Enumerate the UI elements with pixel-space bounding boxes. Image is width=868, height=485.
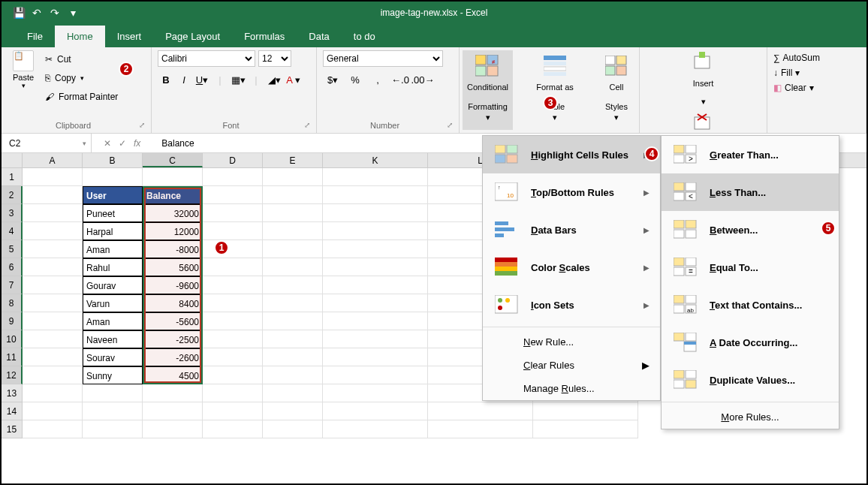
column-header[interactable]: C bbox=[143, 153, 203, 167]
menu-duplicate-values[interactable]: Duplicate Values... bbox=[662, 361, 839, 399]
font-color-button[interactable]: A▾ bbox=[284, 71, 300, 88]
cell[interactable] bbox=[428, 420, 533, 438]
cell[interactable] bbox=[203, 330, 263, 348]
redo-icon[interactable]: ↷ bbox=[48, 6, 62, 20]
cell[interactable]: 8400 bbox=[143, 294, 203, 312]
row-header[interactable]: 3 bbox=[2, 204, 23, 222]
menu-manage-rules[interactable]: Manage Rules... bbox=[483, 377, 660, 400]
accounting-button[interactable]: $▾ bbox=[323, 71, 342, 88]
clear-button[interactable]: ◧Clear ▾ bbox=[773, 80, 860, 95]
cell[interactable] bbox=[323, 330, 428, 348]
bold-button[interactable]: B bbox=[158, 71, 174, 88]
format-as-table-button[interactable]: Format asTable ▾ bbox=[532, 50, 578, 130]
tab-data[interactable]: Data bbox=[297, 26, 341, 47]
enter-formula-icon[interactable]: ✓ bbox=[119, 138, 126, 149]
menu-new-rule[interactable]: New Rule... bbox=[483, 330, 660, 354]
column-header[interactable]: D bbox=[203, 153, 263, 167]
cell[interactable] bbox=[263, 204, 323, 222]
row-header[interactable]: 11 bbox=[2, 348, 23, 366]
percent-button[interactable]: % bbox=[345, 71, 365, 88]
cell[interactable]: -5600 bbox=[143, 312, 203, 330]
tab-file[interactable]: File bbox=[15, 26, 55, 47]
row-header[interactable]: 1 bbox=[2, 168, 23, 186]
cell[interactable] bbox=[323, 240, 428, 258]
cell[interactable] bbox=[23, 240, 83, 258]
fill-button[interactable]: ↓Fill ▾ bbox=[773, 65, 860, 80]
cell[interactable] bbox=[323, 222, 428, 240]
cell[interactable] bbox=[323, 366, 428, 384]
cell[interactable] bbox=[323, 402, 428, 420]
autosum-button[interactable]: ∑AutoSum bbox=[773, 50, 860, 65]
cell[interactable] bbox=[263, 294, 323, 312]
comma-button[interactable]: , bbox=[368, 71, 387, 88]
cell[interactable] bbox=[263, 258, 323, 276]
cell[interactable] bbox=[203, 294, 263, 312]
cell[interactable] bbox=[143, 168, 203, 186]
tab-home[interactable]: Home bbox=[55, 26, 105, 47]
cell[interactable] bbox=[263, 402, 323, 420]
row-header[interactable]: 6 bbox=[2, 258, 23, 276]
cell[interactable] bbox=[263, 330, 323, 348]
cell[interactable] bbox=[263, 348, 323, 366]
cell[interactable]: -2600 bbox=[143, 348, 203, 366]
cell[interactable] bbox=[203, 186, 263, 204]
cell[interactable]: -9600 bbox=[143, 276, 203, 294]
cell[interactable] bbox=[83, 402, 143, 420]
borders-button[interactable]: ▦▾ bbox=[230, 71, 246, 88]
cell[interactable] bbox=[263, 384, 323, 402]
cell[interactable]: 4500 bbox=[143, 366, 203, 384]
cell[interactable]: -2500 bbox=[143, 330, 203, 348]
menu-highlight-cells-rules[interactable]: Highlight Cells Rules▶ bbox=[483, 136, 660, 173]
cell[interactable] bbox=[263, 312, 323, 330]
cell[interactable]: Varun bbox=[83, 294, 143, 312]
copy-button[interactable]: ⎘Copy▾ bbox=[45, 69, 118, 87]
row-header[interactable]: 14 bbox=[2, 402, 23, 420]
column-header[interactable]: K bbox=[323, 153, 428, 167]
fill-color-button[interactable]: ◢▾ bbox=[266, 71, 282, 88]
underline-button[interactable]: U▾ bbox=[194, 71, 210, 88]
cell[interactable]: Harpal bbox=[83, 222, 143, 240]
cancel-formula-icon[interactable]: ✕ bbox=[104, 138, 111, 149]
cell[interactable] bbox=[23, 330, 83, 348]
cell[interactable]: 12000 bbox=[143, 222, 203, 240]
cell[interactable] bbox=[263, 240, 323, 258]
font-name-select[interactable]: Calibri bbox=[158, 50, 255, 67]
font-launcher[interactable]: ⤢ bbox=[304, 121, 310, 129]
cell[interactable] bbox=[203, 420, 263, 438]
cell[interactable]: 32000 bbox=[143, 204, 203, 222]
cell[interactable] bbox=[143, 402, 203, 420]
cut-button[interactable]: ✂Cut bbox=[45, 50, 118, 68]
insert-cells-button[interactable]: Insert▾ bbox=[644, 50, 762, 107]
menu-data-bars[interactable]: Data Bars▶ bbox=[483, 211, 660, 249]
column-header[interactable]: A bbox=[23, 153, 83, 167]
qat-customize-icon[interactable]: ▾ bbox=[66, 6, 80, 20]
cell[interactable] bbox=[23, 366, 83, 384]
menu-color-scales[interactable]: Color Scales▶ bbox=[483, 249, 660, 286]
increase-decimal-button[interactable]: ←.0 bbox=[390, 71, 410, 88]
column-header[interactable]: B bbox=[83, 153, 143, 167]
row-header[interactable]: 4 bbox=[2, 222, 23, 240]
tab-insert[interactable]: Insert bbox=[105, 26, 154, 47]
cell[interactable] bbox=[203, 402, 263, 420]
cell[interactable] bbox=[203, 276, 263, 294]
menu-text-contains[interactable]: ab Text that Contains... bbox=[662, 286, 839, 324]
menu-equal-to[interactable]: = Equal To... bbox=[662, 249, 839, 286]
number-launcher[interactable]: ⤢ bbox=[447, 121, 453, 129]
undo-icon[interactable]: ↶ bbox=[30, 6, 44, 20]
cell[interactable] bbox=[323, 276, 428, 294]
menu-between[interactable]: Between... bbox=[662, 211, 839, 249]
column-header[interactable]: E bbox=[263, 153, 323, 167]
row-header[interactable]: 5 bbox=[2, 240, 23, 258]
cell[interactable]: Sunny bbox=[83, 366, 143, 384]
menu-date-occurring[interactable]: A Date Occurring... bbox=[662, 324, 839, 361]
cell[interactable] bbox=[23, 420, 83, 438]
conditional-formatting-button[interactable]: ≠ ConditionalFormatting ▾ bbox=[463, 50, 513, 130]
row-header[interactable]: 15 bbox=[2, 420, 23, 438]
cell[interactable] bbox=[203, 240, 263, 258]
row-header[interactable]: 12 bbox=[2, 366, 23, 384]
cell[interactable] bbox=[23, 384, 83, 402]
fx-icon[interactable]: fx bbox=[134, 138, 140, 149]
cell[interactable] bbox=[323, 420, 428, 438]
cell[interactable] bbox=[533, 402, 638, 420]
row-header[interactable]: 10 bbox=[2, 330, 23, 348]
